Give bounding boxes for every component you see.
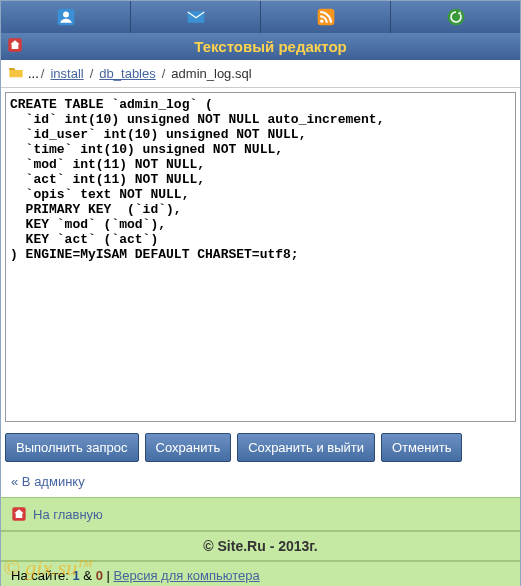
breadcrumb-link-db-tables[interactable]: db_tables	[99, 66, 155, 81]
home-link-row: На главную	[1, 497, 520, 531]
admin-link-row: « В админку	[1, 466, 520, 497]
title-bar: Текстовый редактор	[1, 33, 520, 60]
rss-icon	[316, 7, 336, 27]
online-count-1: 1	[73, 568, 80, 583]
home-icon[interactable]	[7, 37, 23, 56]
editor-wrap	[1, 88, 520, 429]
save-button[interactable]: Сохранить	[145, 433, 232, 462]
folder-icon	[8, 65, 24, 82]
refresh-icon	[446, 7, 466, 27]
breadcrumb: ... / install / db_tables / admin_log.sq…	[1, 60, 520, 88]
nav-mail[interactable]	[131, 1, 261, 33]
svg-point-1	[63, 12, 69, 18]
svg-point-4	[320, 20, 323, 23]
svg-rect-2	[187, 11, 204, 23]
cancel-button[interactable]: Отменить	[381, 433, 462, 462]
nav-user[interactable]	[1, 1, 131, 33]
sql-editor[interactable]	[5, 92, 516, 422]
breadcrumb-root: ...	[28, 66, 39, 81]
user-icon	[56, 7, 76, 27]
button-row: Выполнить запрос Сохранить Сохранить и в…	[1, 429, 520, 466]
execute-button[interactable]: Выполнить запрос	[5, 433, 139, 462]
to-admin-link[interactable]: « В админку	[11, 474, 85, 489]
breadcrumb-current: admin_log.sql	[171, 66, 251, 81]
to-home-link[interactable]: На главную	[33, 507, 103, 522]
page-title: Текстовый редактор	[27, 38, 514, 55]
copyright: © Site.Ru - 2013г.	[1, 531, 520, 561]
desktop-version-link[interactable]: Версия для компьютера	[114, 568, 260, 583]
status-bar: На сайте: 1 & 0 | Версия для компьютера	[1, 561, 520, 586]
nav-rss[interactable]	[261, 1, 391, 33]
breadcrumb-link-install[interactable]: install	[50, 66, 83, 81]
online-count-0: 0	[96, 568, 103, 583]
save-exit-button[interactable]: Сохранить и выйти	[237, 433, 375, 462]
nav-refresh[interactable]	[391, 1, 520, 33]
top-nav	[1, 1, 520, 33]
home-icon-small	[11, 506, 27, 522]
mail-icon	[186, 7, 206, 27]
